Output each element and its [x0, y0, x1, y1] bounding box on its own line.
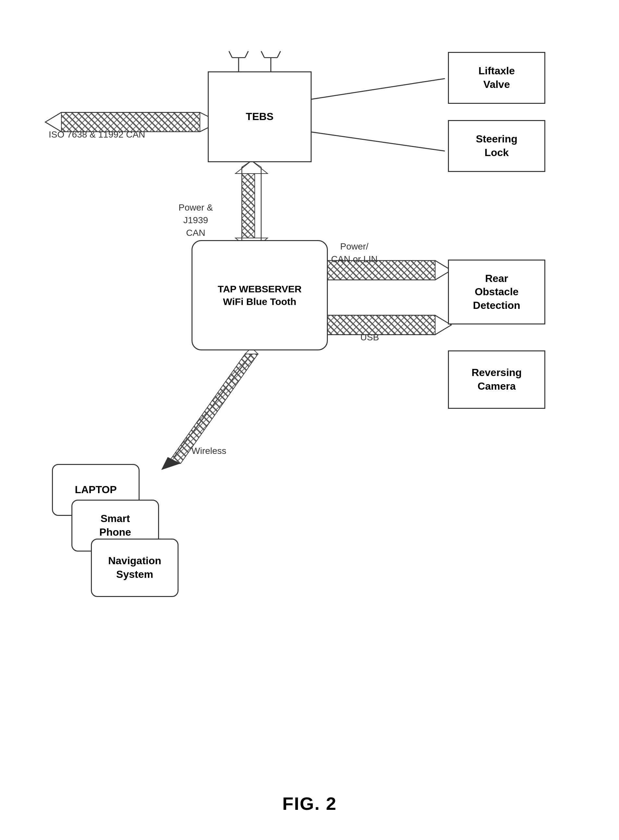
antenna-left-left	[229, 51, 232, 58]
navigation-system-box: NavigationSystem	[91, 539, 178, 597]
reversing-label: ReversingCamera	[472, 366, 522, 393]
rear-obstacle-label: RearObstacleDetection	[473, 272, 520, 312]
figure-caption: FIG. 2	[283, 793, 337, 814]
usb-label: USB	[360, 331, 379, 343]
power-j1939-label: Power &J1939CAN	[178, 201, 213, 239]
liftaxle-valve-box: LiftaxleValve	[448, 52, 545, 104]
svg-line-20	[174, 354, 251, 457]
power-can-lin-label: Power/CAN or LIN	[331, 240, 377, 266]
tap-webserver-box: TAP WEBSERVER WiFi Blue Tooth	[191, 240, 328, 351]
reversing-camera-box: ReversingCamera	[448, 351, 545, 409]
diagram-container: TEBS TAP WEBSERVER WiFi Blue Tooth Lifta…	[19, 19, 600, 821]
antenna-right-left	[261, 51, 265, 58]
tebs-label: TEBS	[246, 110, 273, 124]
tap-label: TAP WEBSERVER WiFi Blue Tooth	[218, 283, 302, 308]
liftaxle-label: LiftaxleValve	[478, 64, 515, 91]
antenna-left-right	[245, 51, 248, 58]
antenna-right-right	[277, 51, 280, 58]
svg-marker-12	[235, 161, 268, 174]
tebs-tap-arrow	[235, 161, 268, 251]
svg-marker-18	[326, 315, 445, 335]
tebs-liftaxle-line	[310, 79, 445, 100]
iso-can-label: ISO 7638 & 11992 CAN	[49, 128, 145, 141]
wireless-label: Wireless	[191, 445, 226, 457]
steering-lock-box: SteeringLock	[448, 120, 545, 172]
usb-arrow	[326, 315, 451, 335]
svg-marker-22	[161, 457, 181, 470]
smartphone-label: SmartPhone	[99, 512, 131, 539]
navigation-label: NavigationSystem	[108, 554, 161, 581]
rear-obstacle-box: RearObstacleDetection	[448, 260, 545, 324]
steering-label: SteeringLock	[476, 132, 517, 159]
tebs-steering-line	[310, 132, 445, 151]
svg-marker-11	[242, 167, 255, 244]
tebs-box: TEBS	[208, 72, 312, 162]
laptop-label: LAPTOP	[75, 483, 117, 497]
